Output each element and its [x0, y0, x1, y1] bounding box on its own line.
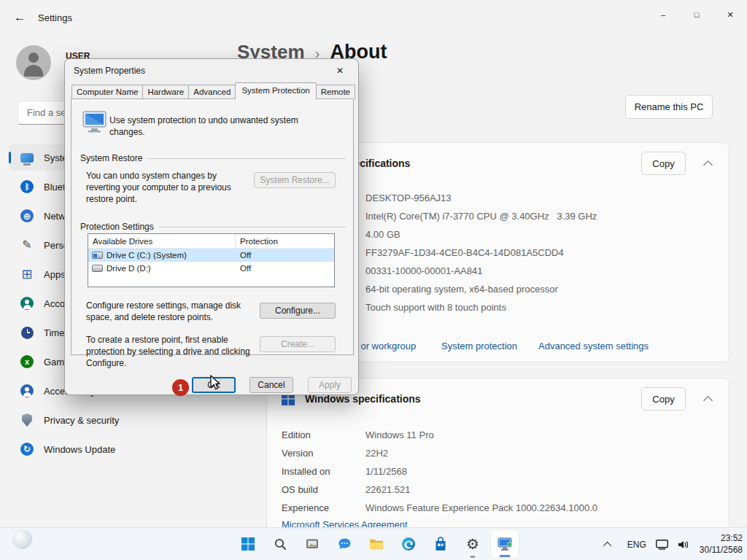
- clock[interactable]: 23:52 30/11/2568: [700, 533, 743, 556]
- search-button[interactable]: [266, 529, 295, 559]
- windows-start-icon: [241, 537, 255, 551]
- maximize-button[interactable]: □: [680, 0, 713, 29]
- list-header: Available Drives Protection: [88, 234, 334, 249]
- volume-icon[interactable]: [678, 540, 690, 550]
- tab-advanced[interactable]: Advanced: [188, 85, 236, 99]
- gaming-icon: x: [20, 355, 34, 368]
- back-button[interactable]: ←: [7, 6, 32, 29]
- drive-row-d[interactable]: Drive D (D:) Off: [88, 262, 334, 275]
- chevron-up-icon[interactable]: [703, 396, 713, 405]
- microsoft-store-button[interactable]: [426, 529, 455, 559]
- drive-icon: [92, 252, 103, 259]
- search-icon: [274, 537, 287, 551]
- chevron-up-icon[interactable]: [703, 160, 713, 170]
- tab-system-protection[interactable]: System Protection: [235, 82, 316, 99]
- create-description: To create a restore point, first enable …: [86, 335, 265, 369]
- minimize-button[interactable]: –: [646, 0, 680, 29]
- spec-row: Installed on1/11/2568: [267, 462, 729, 481]
- annotation-step-badge: 1: [172, 379, 189, 396]
- desktop-watermark-icon: [12, 529, 32, 549]
- system-restore-group: System Restore: [80, 153, 346, 163]
- column-protection[interactable]: Protection: [236, 237, 278, 246]
- tray-overflow-button[interactable]: [599, 533, 618, 556]
- sidebar-item-windows-update[interactable]: ↻ Windows Update: [9, 436, 207, 462]
- task-view-button[interactable]: [298, 529, 327, 559]
- folder-icon: [369, 537, 384, 551]
- system-protection-icon: [82, 111, 108, 134]
- drive-icon: [92, 265, 103, 272]
- windows-spec-rows: EditionWindows 11 Pro Version22H2 Instal…: [267, 426, 729, 517]
- system-icon: [20, 153, 34, 163]
- sidebar-item-label: Windows Update: [44, 444, 115, 455]
- spec-row: ExperienceWindows Feature Experience Pac…: [267, 499, 729, 517]
- settings-taskbar-button[interactable]: ⚙: [458, 529, 487, 559]
- column-available-drives[interactable]: Available Drives: [88, 234, 236, 248]
- system-restore-button[interactable]: System Restore...: [254, 172, 336, 188]
- rename-pc-button[interactable]: Rename this PC: [625, 95, 713, 119]
- dialog-title: System Properties: [74, 66, 145, 76]
- sidebar-item-privacy-security[interactable]: Privacy & security: [9, 407, 207, 433]
- network-globe-icon: ⊕: [20, 209, 34, 222]
- drive-row-c[interactable]: Drive C (C:) (System) Off: [88, 249, 334, 262]
- advanced-system-settings-link[interactable]: Advanced system settings: [538, 341, 649, 351]
- protection-settings-group: Protection Settings: [80, 222, 346, 232]
- mouse-cursor: [210, 375, 222, 391]
- personalization-icon: ✎: [22, 239, 31, 251]
- configure-description: Configure restore settings, manage disk …: [86, 300, 258, 324]
- spec-row: OS build22621.521: [267, 481, 729, 499]
- system-tray: ENG 23:52 30/11/2568: [599, 528, 743, 560]
- system-properties-window-icon: [498, 537, 512, 551]
- close-button[interactable]: ✕: [713, 0, 747, 29]
- start-button[interactable]: [233, 529, 263, 559]
- edge-button[interactable]: [394, 529, 423, 559]
- tray-date: 30/11/2568: [700, 545, 743, 556]
- bluetooth-icon: ᛒ: [20, 180, 34, 193]
- configure-button[interactable]: Configure...: [260, 303, 336, 319]
- cancel-button[interactable]: Cancel: [249, 377, 293, 393]
- screen: ← Settings – □ ✕ USER System ᛒ Bluetooth…: [0, 0, 747, 560]
- system-properties-taskbar-button[interactable]: [490, 529, 519, 559]
- dialog-tab-strip: Computer Name Hardware Advanced System P…: [71, 83, 355, 99]
- store-icon: [434, 537, 447, 551]
- create-button[interactable]: Create...: [260, 336, 336, 352]
- user-avatar[interactable]: [16, 45, 51, 80]
- tab-hardware[interactable]: Hardware: [142, 85, 189, 99]
- spec-row: EditionWindows 11 Pro: [267, 426, 729, 444]
- protection-drives-list: Available Drives Protection Drive C (C:)…: [88, 233, 335, 287]
- window-title: Settings: [38, 12, 72, 23]
- edge-icon: [401, 537, 416, 551]
- accessibility-icon: [20, 384, 34, 397]
- tab-computer-name[interactable]: Computer Name: [71, 85, 143, 99]
- sidebar-item-label: Privacy & security: [44, 415, 119, 426]
- system-properties-dialog: System Properties ✕ Computer Name Hardwa…: [64, 58, 359, 395]
- shield-icon: [22, 413, 33, 427]
- apply-button[interactable]: Apply: [308, 377, 352, 393]
- chat-button[interactable]: [330, 529, 359, 559]
- system-protection-tab-panel: Use system protection to undo unwanted s…: [71, 98, 354, 355]
- gear-icon: ⚙: [466, 537, 479, 551]
- dialog-intro-text: Use system protection to undo unwanted s…: [109, 115, 336, 139]
- language-indicator[interactable]: ENG: [627, 540, 646, 550]
- update-icon: ↻: [20, 443, 34, 456]
- copy-button[interactable]: Copy: [641, 387, 686, 411]
- tab-remote[interactable]: Remote: [316, 85, 355, 99]
- accounts-icon: [20, 297, 34, 310]
- network-icon[interactable]: [656, 540, 668, 550]
- system-restore-description: You can undo system changes by reverting…: [86, 171, 245, 205]
- spec-row: Version22H2: [267, 444, 729, 462]
- taskbar: ⚙ ENG 23:52 30/11/2568: [0, 527, 747, 560]
- selection-indicator: [9, 152, 11, 163]
- system-protection-link[interactable]: System protection: [441, 341, 517, 351]
- dialog-close-button[interactable]: ✕: [328, 63, 352, 79]
- clock-icon: [21, 327, 34, 339]
- task-view-icon: [306, 537, 319, 551]
- file-explorer-button[interactable]: [362, 529, 391, 559]
- tray-time: 23:52: [700, 533, 743, 545]
- chat-icon: [338, 537, 352, 551]
- sidebar-item-label: Apps: [44, 269, 66, 280]
- chevron-up-icon: [603, 541, 611, 549]
- settings-titlebar: ← Settings – □ ✕: [0, 0, 747, 35]
- apps-icon: ⊞: [21, 268, 32, 281]
- copy-button[interactable]: Copy: [641, 152, 686, 175]
- taskbar-icons: ⚙: [233, 529, 519, 559]
